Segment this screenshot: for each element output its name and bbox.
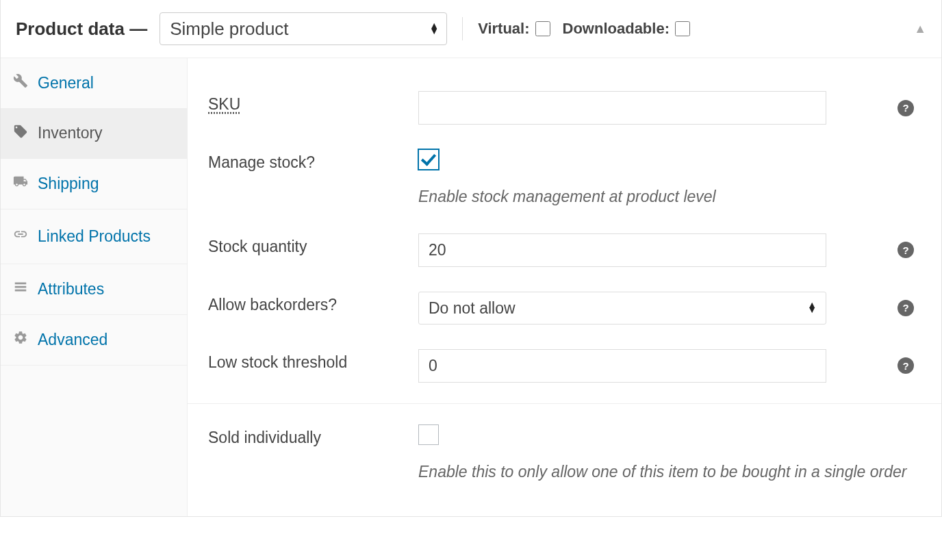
header-divider [462,17,463,40]
help-icon[interactable]: ? [898,357,914,374]
tab-advanced-label: Advanced [38,331,107,350]
manage-stock-label: Manage stock? [208,149,410,172]
allow-backorders-row: Allow backorders? Do not allow ▲▼ ? [208,279,914,337]
tab-attributes-label: Attributes [38,280,104,299]
tab-attributes-link[interactable]: Attributes [1,264,187,314]
help-icon[interactable]: ? [898,100,914,116]
stock-quantity-field: ? [418,233,914,267]
tab-general-label: General [38,74,94,93]
low-stock-field: ? [418,349,914,383]
tab-linked-products: Linked Products [1,209,187,265]
stock-quantity-label: Stock quantity [208,233,410,256]
product-data-tabs: General Inventory Shipping [1,58,188,516]
gear-icon [13,330,28,350]
manage-stock-description: Enable stock management at product level [418,185,914,209]
sku-row: SKU ? [208,79,914,137]
sold-individually-label: Sold individually [208,424,410,447]
sold-individually-description: Enable this to only allow one of this it… [418,460,914,484]
low-stock-label: Low stock threshold [208,349,410,372]
wrench-icon [13,73,28,93]
manage-stock-checkbox[interactable] [418,149,439,170]
tab-general: General [1,58,187,109]
section-divider [188,403,941,404]
tab-linked-products-link[interactable]: Linked Products [1,209,187,264]
tag-icon [13,124,28,144]
tab-inventory-link[interactable]: Inventory [1,109,187,159]
inventory-content: SKU ? Manage stock? Enable stock managem… [188,58,941,516]
stock-quantity-row: Stock quantity ? [208,221,914,279]
tab-linked-products-label: Linked Products [38,225,151,249]
help-icon[interactable]: ? [898,300,914,316]
tab-attributes: Attributes [1,264,187,315]
tab-advanced-link[interactable]: Advanced [1,315,187,365]
virtual-checkbox[interactable] [535,21,550,36]
tab-shipping-label: Shipping [38,175,99,194]
tab-shipping-link[interactable]: Shipping [1,159,187,209]
stock-quantity-input[interactable] [418,233,826,267]
downloadable-checkbox[interactable] [675,21,690,36]
tab-shipping: Shipping [1,159,187,209]
panel-header: Product data — Simple product ▲▼ Virtual… [1,0,941,58]
sku-input[interactable] [418,91,826,125]
link-icon [13,227,28,246]
allow-backorders-select[interactable]: Do not allow [418,292,826,324]
allow-backorders-field: Do not allow ▲▼ ? [418,292,914,324]
sold-individually-field: Enable this to only allow one of this it… [418,424,914,484]
product-data-panel: Product data — Simple product ▲▼ Virtual… [0,0,942,517]
tab-inventory-label: Inventory [38,124,103,143]
manage-stock-field: Enable stock management at product level [418,149,914,209]
sku-label: SKU [208,91,410,114]
help-icon[interactable]: ? [898,242,914,258]
collapse-toggle-icon[interactable]: ▲ [914,22,926,36]
list-icon [13,279,28,299]
product-type-select[interactable]: Simple product [160,12,447,45]
truck-icon [13,174,28,194]
manage-stock-row: Manage stock? Enable stock management at… [208,137,914,221]
virtual-label: Virtual: [478,20,529,38]
tab-advanced: Advanced [1,315,187,366]
panel-body: General Inventory Shipping [1,58,941,516]
low-stock-input[interactable] [418,349,826,383]
downloadable-option[interactable]: Downloadable: [563,20,690,38]
sold-individually-checkbox[interactable] [418,424,439,445]
tab-general-link[interactable]: General [1,58,187,108]
low-stock-row: Low stock threshold ? [208,337,914,395]
allow-backorders-label: Allow backorders? [208,292,410,314]
downloadable-label: Downloadable: [563,20,670,38]
product-type-select-wrap: Simple product ▲▼ [160,12,447,45]
tab-inventory: Inventory [1,109,187,160]
panel-title: Product data — [16,18,147,40]
sku-field: ? [418,91,914,125]
virtual-option[interactable]: Virtual: [478,20,550,38]
sold-individually-row: Sold individually Enable this to only al… [208,412,914,496]
